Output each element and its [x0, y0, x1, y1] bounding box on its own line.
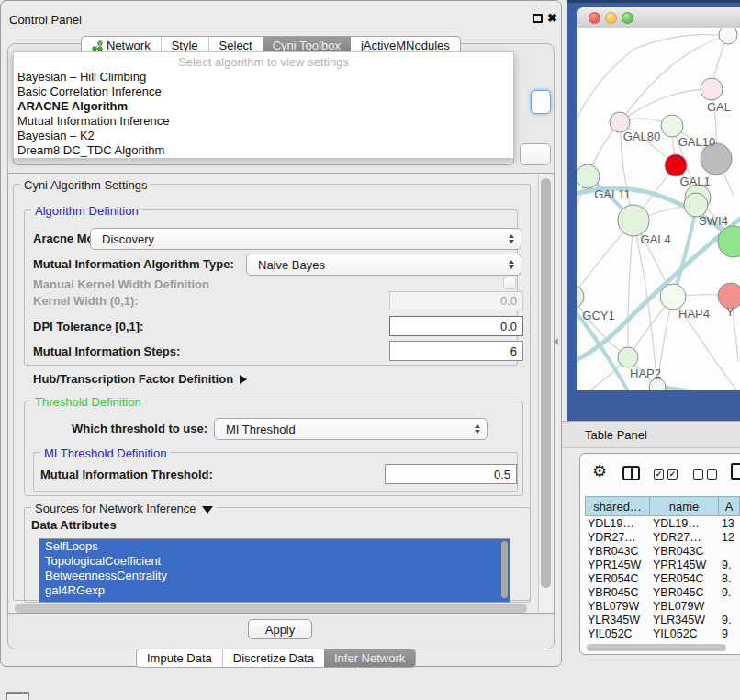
column-header[interactable]: A: [719, 496, 740, 516]
column-header[interactable]: name: [650, 496, 719, 516]
mi-steps-field[interactable]: 6: [389, 341, 523, 361]
covered-combo-right[interactable]: [520, 143, 551, 165]
manual-kernel-checkbox[interactable]: [503, 277, 516, 289]
table-row[interactable]: YLR345WYLR345W9.: [585, 614, 740, 627]
algorithm-combo-focus[interactable]: [531, 90, 551, 114]
network-node[interactable]: [660, 284, 686, 310]
apply-button[interactable]: Apply: [248, 619, 312, 639]
dropdown-option[interactable]: ARACNE Algorithm: [14, 99, 513, 114]
cyni-settings-group-title: Cyni Algorithm Settings: [20, 178, 151, 192]
checked-checkbox-icon[interactable]: ✓: [667, 469, 678, 480]
network-node[interactable]: [618, 205, 649, 236]
kernel-width-field[interactable]: 0.0: [389, 291, 523, 310]
dropdown-option[interactable]: Mutual Information Inference: [14, 114, 513, 129]
network-node-label: GAL4: [640, 232, 670, 246]
stepper-arrows-icon: [509, 260, 514, 269]
table-cell: YER054C: [650, 572, 719, 585]
unchecked-checkbox-icon[interactable]: [693, 469, 703, 480]
network-node[interactable]: [665, 154, 687, 176]
network-window-titlebar[interactable]: [577, 7, 740, 28]
table-row[interactable]: YER054CYER054C8.: [585, 571, 740, 585]
close-icon[interactable]: ✖: [547, 11, 557, 25]
attribute-item[interactable]: SelfLoops: [39, 539, 510, 554]
network-node[interactable]: [577, 285, 584, 309]
table-row[interactable]: YBR043CYBR043C: [585, 544, 740, 558]
dpi-tolerance-field[interactable]: 0.0: [389, 316, 523, 336]
tab-label: Discretize Data: [233, 651, 314, 665]
which-threshold-select[interactable]: MI Threshold: [214, 418, 488, 440]
column-header[interactable]: shared…: [585, 496, 650, 516]
dropdown-option[interactable]: Bayesian – K2: [14, 129, 513, 143]
cyni-bottom-tabs: Impute DataDiscretize DataInfer Network: [136, 649, 416, 668]
zoom-traffic-light[interactable]: [622, 12, 633, 24]
aracne-mode-select[interactable]: Discovery: [90, 228, 521, 250]
mi-threshold-field[interactable]: 0.5: [385, 464, 517, 484]
tab-infer-network[interactable]: Infer Network: [324, 649, 415, 667]
tab-label: Select: [219, 39, 252, 52]
network-edge-thick[interactable]: [658, 388, 740, 390]
attribute-item[interactable]: [39, 598, 510, 603]
tab-label: jActiveMNodules: [361, 39, 450, 52]
network-edge[interactable]: [628, 220, 633, 357]
network-edge[interactable]: [634, 35, 726, 49]
table-row[interactable]: YDR27…YDR27…12: [585, 530, 740, 544]
table-row[interactable]: YDL19…YDL19…13: [585, 516, 740, 530]
partial-bottom-icon[interactable]: [6, 692, 29, 700]
tab-label: Impute Data: [147, 651, 212, 665]
table-cell: 13: [719, 517, 740, 530]
attribute-item[interactable]: BetweennessCentrality: [39, 569, 510, 583]
network-graph: GALGAL80GAL10GAL1GAL11GAL4SWI4GCY1HAP4YH…: [577, 28, 740, 390]
attribute-item[interactable]: gal4RGexp: [39, 583, 510, 598]
gear-icon[interactable]: ⚙: [592, 463, 607, 480]
table-row[interactable]: YPR145WYPR145W9.: [585, 558, 740, 571]
table-row[interactable]: YBR045CYBR045C9.: [585, 585, 740, 599]
minimize-traffic-light[interactable]: [605, 12, 617, 24]
table-hscrollbar-thumb[interactable]: [587, 644, 726, 651]
horizontal-scrollbar-thumb[interactable]: [15, 604, 527, 613]
float-window-icon[interactable]: [533, 14, 543, 23]
columns-icon[interactable]: [622, 466, 640, 480]
table-cell: YPR145W: [650, 559, 719, 571]
checked-checkbox-icon[interactable]: ✓: [654, 469, 664, 480]
list-scrollbar-thumb[interactable]: [501, 541, 508, 598]
table-row[interactable]: YIL052CYIL052C9: [585, 627, 740, 641]
dropdown-option[interactable]: Basic Correlation Inference: [14, 85, 513, 99]
table-cell: YIL052C: [585, 627, 650, 640]
network-node[interactable]: [701, 78, 723, 100]
hub-definition-label: Hub/Transcription Factor Definition: [33, 372, 233, 386]
attribute-item[interactable]: TopologicalCoefficient: [39, 554, 510, 569]
window-title: Control Panel: [9, 13, 82, 27]
algorithm-dropdown-popup: Select algorithm to view settings Bayesi…: [13, 51, 514, 159]
network-node-label: GAL11: [594, 187, 631, 201]
table-cell: 9.: [719, 586, 740, 599]
network-node[interactable]: [661, 115, 683, 137]
data-attributes-list[interactable]: SelfLoopsTopologicalCoefficientBetweenne…: [39, 538, 510, 603]
table-cell: YDR27…: [585, 531, 650, 544]
dropdown-option[interactable]: Bayesian – Hill Climbing: [14, 70, 513, 85]
network-node[interactable]: [618, 347, 638, 367]
sources-group-title[interactable]: Sources for Network Inference: [31, 502, 217, 515]
table-cell: YPR145W: [585, 559, 650, 571]
unchecked-checkbox-icon[interactable]: [707, 469, 717, 480]
table-row[interactable]: YBL079WYBL079W: [585, 600, 740, 614]
tab-impute-data[interactable]: Impute Data: [137, 649, 222, 667]
network-node-label: SWI4: [699, 214, 728, 228]
network-node[interactable]: [719, 28, 737, 44]
hub-definition-expander[interactable]: Hub/Transcription Factor Definition: [33, 372, 247, 386]
network-node-label: GAL1: [679, 175, 710, 188]
close-traffic-light[interactable]: [589, 12, 600, 24]
tab-discretize-data[interactable]: Discretize Data: [222, 649, 324, 667]
dropdown-option[interactable]: Dream8 DC_TDC Algorithm: [14, 143, 513, 158]
network-node[interactable]: [577, 164, 600, 188]
mi-type-select[interactable]: Naive Bayes: [246, 254, 521, 276]
table-cell: 12: [719, 531, 740, 544]
table-cell: YBR045C: [650, 586, 719, 599]
mi-threshold-label: Mutual Information Threshold:: [40, 468, 213, 481]
table-cell: YDL19…: [650, 517, 719, 530]
table-cell: YDL19…: [585, 517, 650, 530]
vertical-scrollbar-thumb[interactable]: [541, 178, 551, 588]
partial-toolbar-icon[interactable]: [731, 463, 740, 480]
aracne-mode-value: Discovery: [102, 232, 154, 246]
stepper-arrows-icon: [509, 234, 514, 243]
network-view-canvas[interactable]: GALGAL80GAL10GAL1GAL11GAL4SWI4GCY1HAP4YH…: [577, 28, 740, 390]
